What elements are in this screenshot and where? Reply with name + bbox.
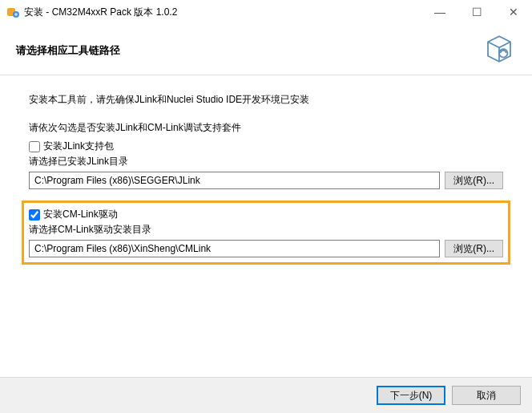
cmlink-highlight: 安装CM-Link驱动 请选择CM-Link驱动安装目录 浏览(R)... xyxy=(22,200,510,265)
page-title: 请选择相应工具链路径 xyxy=(16,43,120,58)
footer: 下一步(N) 取消 xyxy=(0,377,532,413)
package-icon xyxy=(482,32,516,68)
jlink-checkbox-label[interactable]: 安装JLink支持包 xyxy=(43,140,114,153)
cmlink-sublabel: 请选择CM-Link驱动安装目录 xyxy=(29,223,503,237)
header: 请选择相应工具链路径 xyxy=(0,24,532,75)
jlink-checkbox[interactable] xyxy=(29,141,40,152)
app-icon xyxy=(6,6,19,18)
cmlink-checkbox-row: 安装CM-Link驱动 xyxy=(29,208,503,221)
window-buttons: — ☐ ✕ xyxy=(421,0,532,24)
header-divider xyxy=(0,75,532,75)
minimize-button[interactable]: — xyxy=(421,0,458,24)
next-button[interactable]: 下一步(N) xyxy=(377,386,445,405)
cmlink-path-input[interactable] xyxy=(29,240,440,257)
cmlink-checkbox[interactable] xyxy=(29,209,40,221)
jlink-sublabel: 请选择已安装JLink目录 xyxy=(29,155,503,168)
cmlink-checkbox-label[interactable]: 安装CM-Link驱动 xyxy=(43,208,118,221)
cmlink-browse-button[interactable]: 浏览(R)... xyxy=(445,240,503,257)
window-title: 安装 - CM32M4xxR Pack 版本 1.0.2 xyxy=(24,6,421,19)
instruction-text: 请依次勾选是否安装JLink和CM-Link调试支持套件 xyxy=(29,121,503,135)
jlink-path-row: 浏览(R)... xyxy=(29,172,503,189)
intro-text: 安装本工具前，请先确保JLink和Nuclei Studio IDE开发环境已安… xyxy=(29,93,503,107)
content: 安装本工具前，请先确保JLink和Nuclei Studio IDE开发环境已安… xyxy=(0,80,532,265)
jlink-browse-button[interactable]: 浏览(R)... xyxy=(445,172,503,189)
cancel-button[interactable]: 取消 xyxy=(452,386,521,405)
jlink-path-input[interactable] xyxy=(29,172,440,189)
jlink-checkbox-row: 安装JLink支持包 xyxy=(29,140,503,153)
cmlink-path-row: 浏览(R)... xyxy=(29,240,503,257)
maximize-button[interactable]: ☐ xyxy=(458,0,495,24)
close-button[interactable]: ✕ xyxy=(495,0,532,24)
titlebar: 安装 - CM32M4xxR Pack 版本 1.0.2 — ☐ ✕ xyxy=(0,0,532,24)
